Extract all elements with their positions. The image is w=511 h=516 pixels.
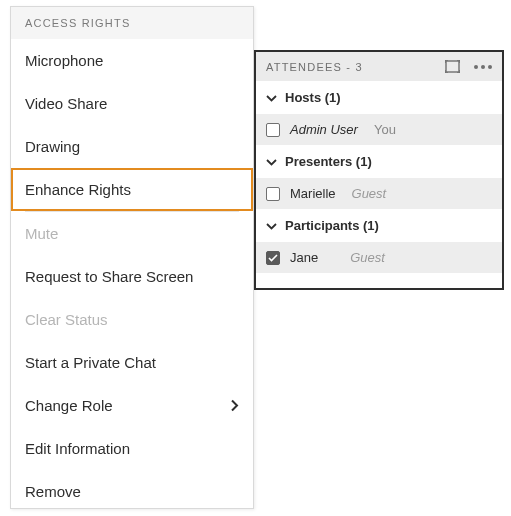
group-header-participants[interactable]: Participants (1) xyxy=(256,209,502,242)
menu-item-microphone[interactable]: Microphone xyxy=(11,39,253,82)
group-label: Participants (1) xyxy=(285,218,379,233)
attendee-tag: You xyxy=(374,122,396,137)
attendees-title-text: ATTENDEES xyxy=(266,61,342,73)
chevron-right-icon xyxy=(231,397,239,414)
more-options-icon[interactable] xyxy=(474,65,492,69)
fullscreen-icon[interactable] xyxy=(445,60,460,73)
checkbox-unchecked-icon[interactable] xyxy=(266,123,280,137)
chevron-down-icon xyxy=(266,154,277,169)
group-label: Presenters (1) xyxy=(285,154,372,169)
menu-item-edit-information[interactable]: Edit Information xyxy=(11,427,253,470)
access-rights-menu: ACCESS RIGHTS Microphone Video Share Dra… xyxy=(10,6,254,509)
attendee-row-marielle[interactable]: Marielle Guest xyxy=(256,178,502,209)
attendee-row-jane[interactable]: Jane Guest xyxy=(256,242,502,273)
attendees-header-actions xyxy=(445,60,492,73)
attendee-name: Marielle xyxy=(290,186,336,201)
attendee-tag: Guest xyxy=(350,250,385,265)
checkbox-checked-icon[interactable] xyxy=(266,251,280,265)
attendees-count-sep: - xyxy=(342,61,355,73)
attendees-title: ATTENDEES - 3 xyxy=(266,61,445,73)
checkbox-unchecked-icon[interactable] xyxy=(266,187,280,201)
chevron-down-icon xyxy=(266,218,277,233)
menu-item-clear-status: Clear Status xyxy=(11,298,253,341)
menu-item-enhance-rights[interactable]: Enhance Rights xyxy=(11,168,253,211)
group-header-hosts[interactable]: Hosts (1) xyxy=(256,81,502,114)
menu-item-label: Change Role xyxy=(25,397,113,414)
attendee-row-admin[interactable]: Admin User You xyxy=(256,114,502,145)
menu-item-drawing[interactable]: Drawing xyxy=(11,125,253,168)
menu-item-change-role[interactable]: Change Role xyxy=(11,384,253,427)
chevron-down-icon xyxy=(266,90,277,105)
menu-item-mute: Mute xyxy=(11,212,253,255)
attendee-tag: Guest xyxy=(352,186,387,201)
menu-item-video-share[interactable]: Video Share xyxy=(11,82,253,125)
attendee-name: Admin User xyxy=(290,122,358,137)
group-header-presenters[interactable]: Presenters (1) xyxy=(256,145,502,178)
menu-item-remove[interactable]: Remove xyxy=(11,470,253,513)
menu-header: ACCESS RIGHTS xyxy=(11,7,253,39)
attendees-count: 3 xyxy=(355,61,362,73)
attendees-header: ATTENDEES - 3 xyxy=(256,52,502,81)
menu-item-request-share[interactable]: Request to Share Screen xyxy=(11,255,253,298)
svg-rect-0 xyxy=(446,61,459,72)
group-label: Hosts (1) xyxy=(285,90,341,105)
menu-item-private-chat[interactable]: Start a Private Chat xyxy=(11,341,253,384)
attendees-panel: ATTENDEES - 3 Hosts (1) Admin User You xyxy=(254,50,504,290)
attendee-name: Jane xyxy=(290,250,318,265)
